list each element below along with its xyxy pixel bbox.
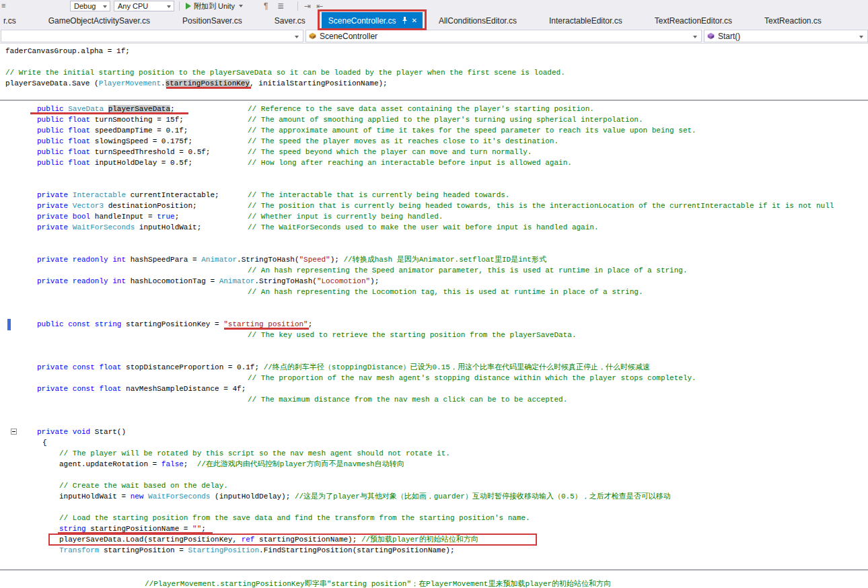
- code-line[interactable]: private bool handleInput = true;// Wheth…: [0, 211, 868, 222]
- tab-interactableeditor-cs[interactable]: InteractableEditor.cs: [533, 12, 639, 29]
- code-token: // An hash representing the Locomotion t…: [248, 288, 643, 296]
- code-line[interactable]: public float turnSmoothing = 15f;// The …: [0, 114, 868, 125]
- code-line[interactable]: // The key used to retrieve the starting…: [0, 330, 868, 340]
- code-token: , initialStartingPositionName);: [250, 79, 388, 87]
- code-line[interactable]: public float inputHoldDelay = 0.5f;// Ho…: [0, 157, 868, 168]
- code-line[interactable]: private const float stopDistanceProporti…: [0, 362, 868, 373]
- code-pane-bottom[interactable]: //PlayerMovement.startingPositionKey即字串"…: [0, 571, 868, 588]
- code-line[interactable]: string startingPositionName = "";: [0, 523, 868, 534]
- code-line[interactable]: public const string startingPositionKey …: [0, 319, 868, 330]
- code-line[interactable]: public float turnSpeedThreshold = 0.5f;/…: [0, 147, 868, 157]
- code-line[interactable]: //PlayerMovement.startingPositionKey即字串"…: [0, 579, 868, 588]
- code-token: // An hash representing the Speed animat…: [248, 266, 688, 274]
- code-line[interactable]: // Load the starting position from the s…: [0, 513, 868, 523]
- tab-gameobjectactivitysaver-cs[interactable]: GameObjectActivitySaver.cs: [32, 12, 166, 29]
- tab-scenecontroller-cs[interactable]: SceneController.cs✕: [322, 12, 423, 29]
- code-line[interactable]: private readonly int hashSpeedPara = Ani…: [0, 254, 868, 265]
- code-line[interactable]: [0, 168, 868, 179]
- code-line[interactable]: private const float navMeshSampleDistanc…: [0, 383, 868, 394]
- code-pane-main[interactable]: public SaveData playerSaveData;// Refere…: [0, 101, 868, 569]
- solution-configuration-dropdown[interactable]: Debug: [70, 1, 110, 11]
- code-token: //转换成hash 是因为Animator.setfloat里ID是int形式: [344, 256, 546, 264]
- navigation-bar: SceneController Start(): [0, 29, 868, 44]
- toolbar-cut-icon: ≡: [1, 1, 5, 9]
- code-line[interactable]: private readonly int hashLocomotionTag =…: [0, 276, 868, 287]
- code-text: private const float stopDistanceProporti…: [37, 362, 650, 373]
- project-scope-dropdown[interactable]: [1, 30, 303, 42]
- code-token: slowingSpeed = 0.175f;: [95, 137, 192, 145]
- code-line[interactable]: [0, 233, 868, 244]
- tab-textreactioneditor-cs[interactable]: TextReactionEditor.cs: [639, 12, 748, 29]
- solution-platform-dropdown[interactable]: Any CPU: [114, 1, 174, 11]
- code-line[interactable]: private Interactable currentInteractable…: [0, 190, 868, 200]
- code-token: faderCanvasGroup.alpha = 1f;: [5, 47, 130, 55]
- code-line[interactable]: // The player will be rotated by this sc…: [0, 448, 868, 459]
- code-line[interactable]: {: [0, 437, 868, 448]
- tab-positionsaver-cs[interactable]: PositionSaver.cs: [166, 12, 258, 29]
- code-token: true: [157, 213, 174, 221]
- code-line[interactable]: // An hash representing the Locomotion t…: [0, 287, 868, 297]
- pin-icon[interactable]: [402, 17, 408, 24]
- code-line[interactable]: [0, 351, 868, 362]
- code-token: );: [330, 256, 344, 264]
- outline-collapse-box[interactable]: [11, 429, 17, 435]
- code-line[interactable]: agent.updateRotation = false; //在此游戏内由代码…: [0, 459, 868, 470]
- code-line[interactable]: private void Start(): [0, 427, 868, 437]
- tab-r-cs[interactable]: r.cs: [0, 12, 32, 29]
- code-line[interactable]: [0, 470, 868, 480]
- tab-label: PositionSaver.cs: [182, 16, 242, 26]
- toolbar: ≡ Debug Any CPU 附加到 Unity ¶ ≣ ⇥ ⇤: [0, 0, 868, 12]
- code-comment-tail: // The approximate amount of time it tak…: [248, 125, 696, 136]
- code-line[interactable]: [0, 179, 868, 190]
- code-line[interactable]: // An hash representing the Speed animat…: [0, 265, 868, 276]
- code-line[interactable]: playerSaveData.Load(startingPositionKey,…: [0, 534, 868, 545]
- code-token: // Whether input is currently being hand…: [248, 213, 443, 221]
- code-line[interactable]: // Write the initial starting position t…: [0, 67, 868, 78]
- code-line[interactable]: public float slowingSpeed = 0.175f;// Th…: [0, 136, 868, 147]
- member-dropdown[interactable]: Start(): [704, 30, 868, 42]
- code-line[interactable]: // The proportion of the nav mesh agent'…: [0, 373, 868, 383]
- tab-saver-cs[interactable]: Saver.cs: [258, 12, 322, 29]
- code-line[interactable]: [0, 405, 868, 416]
- code-line[interactable]: [0, 308, 868, 319]
- code-line[interactable]: [0, 340, 868, 351]
- code-line[interactable]: // Create the wait based on the delay.: [0, 480, 868, 491]
- toolbar-paragraph-icon[interactable]: ¶: [264, 1, 268, 11]
- code-token: // Reference to the save data asset cont…: [248, 105, 594, 113]
- attach-to-unity-button[interactable]: 附加到 Unity: [186, 1, 243, 11]
- code-editor[interactable]: faderCanvasGroup.alpha = 1f;// Write the…: [0, 44, 868, 588]
- code-token: {: [42, 439, 47, 447]
- code-pane-top[interactable]: faderCanvasGroup.alpha = 1f;// Write the…: [0, 44, 868, 100]
- tab-textreaction-cs[interactable]: TextReaction.cs: [748, 12, 838, 29]
- code-line[interactable]: [0, 89, 868, 100]
- code-line[interactable]: private Vector3 destinationPosition;// T…: [0, 200, 868, 211]
- code-line[interactable]: // The maximum distance from the nav mes…: [0, 394, 868, 405]
- code-line[interactable]: public float speedDampTime = 0.1f;// The…: [0, 125, 868, 136]
- toolbar-list-icon[interactable]: ≣: [277, 1, 284, 11]
- code-line[interactable]: [0, 416, 868, 427]
- code-comment-tail: // How long after reaching an interactab…: [248, 157, 572, 168]
- code-line[interactable]: private WaitForSeconds inputHoldWait;// …: [0, 222, 868, 233]
- code-token: // The proportion of the nav mesh agent'…: [248, 374, 696, 382]
- type-dropdown[interactable]: SceneController: [305, 30, 702, 42]
- code-comment-tail: // Reference to the save data asset cont…: [248, 104, 594, 114]
- code-line[interactable]: inputHoldWait = new WaitForSeconds (inpu…: [0, 491, 868, 502]
- tab-allconditionseditor-cs[interactable]: AllConditionsEditor.cs: [423, 12, 533, 29]
- code-line[interactable]: [0, 57, 868, 67]
- code-line[interactable]: [0, 502, 868, 513]
- code-line[interactable]: public SaveData playerSaveData;// Refere…: [0, 104, 868, 114]
- code-line[interactable]: faderCanvasGroup.alpha = 1f;: [0, 46, 868, 57]
- close-icon[interactable]: ✕: [412, 17, 417, 24]
- code-line[interactable]: [0, 297, 868, 308]
- code-line[interactable]: [0, 244, 868, 254]
- code-token: turnSpeedThreshold = 0.5f;: [95, 148, 211, 156]
- toolbar-indent-icon[interactable]: ⇥: [304, 1, 311, 11]
- code-token: inputHoldDelay = 0.5f;: [95, 159, 192, 167]
- code-token: public float: [37, 137, 95, 145]
- toolbar-outdent-icon[interactable]: ⇤: [316, 1, 323, 11]
- code-token: private void: [37, 428, 95, 436]
- code-line[interactable]: playerSaveData.Save (PlayerMovement.star…: [0, 78, 868, 89]
- chevron-down-icon: [693, 36, 697, 38]
- code-token: Transform: [59, 546, 99, 554]
- code-line[interactable]: Transform startingPosition = StartingPos…: [0, 545, 868, 556]
